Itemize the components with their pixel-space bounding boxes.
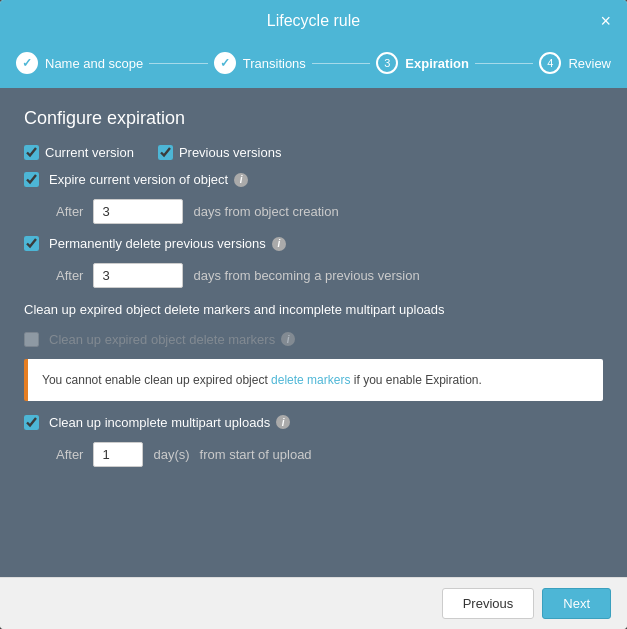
previous-versions-label: Previous versions (158, 145, 282, 160)
step-circle-review: 4 (539, 52, 561, 74)
previous-versions-checkbox[interactable] (158, 145, 173, 160)
perm-delete-info-icon: i (272, 237, 286, 251)
multipart-info-icon: i (276, 415, 290, 429)
perm-delete-checkbox[interactable] (24, 236, 39, 251)
step-number-expiration: 3 (384, 57, 390, 69)
step-label-expiration: Expiration (405, 56, 469, 71)
steps-bar: ✓ Name and scope ✓ Transitions 3 Expirat… (0, 42, 627, 88)
perm-delete-row: Permanently delete previous versions i (24, 236, 603, 251)
modal-header: Lifecycle rule × (0, 0, 627, 42)
multipart-label: Clean up incomplete multipart uploads i (49, 415, 290, 430)
expire-current-checkbox[interactable] (24, 172, 39, 187)
expire-days-row: After days from object creation (50, 199, 603, 224)
step-separator-2 (312, 63, 370, 64)
version-checkboxes-row: Current version Previous versions (24, 145, 603, 160)
step-review[interactable]: 4 Review (539, 52, 611, 74)
cleanup-markers-checkbox[interactable] (24, 332, 39, 347)
expire-current-label: Expire current version of object i (49, 172, 248, 187)
step-circle-name-scope: ✓ (16, 52, 38, 74)
step-separator-1 (149, 63, 207, 64)
step-circle-expiration: 3 (376, 52, 398, 74)
multipart-row: Clean up incomplete multipart uploads i (24, 415, 603, 430)
current-version-label: Current version (24, 145, 134, 160)
warning-text2: if you enable Expiration. (354, 373, 482, 387)
lifecycle-rule-modal: Lifecycle rule × ✓ Name and scope ✓ Tran… (0, 0, 627, 629)
modal-body: Configure expiration Current version Pre… (0, 88, 627, 577)
expire-current-info-icon: i (234, 173, 248, 187)
next-button[interactable]: Next (542, 588, 611, 619)
step-label-name-scope: Name and scope (45, 56, 143, 71)
cleanup-markers-label: Clean up expired object delete markers i (49, 332, 295, 347)
checkmark-icon: ✓ (22, 56, 32, 70)
current-version-checkbox[interactable] (24, 145, 39, 160)
expire-days-input[interactable] (93, 199, 183, 224)
warning-box: You cannot enable clean up expired objec… (24, 359, 603, 401)
close-button[interactable]: × (600, 12, 611, 30)
previous-button[interactable]: Previous (442, 588, 535, 619)
multipart-checkbox[interactable] (24, 415, 39, 430)
step-name-scope[interactable]: ✓ Name and scope (16, 52, 143, 74)
cleanup-markers-row: Clean up expired object delete markers i (24, 332, 603, 347)
warning-text1: You cannot enable clean up expired objec… (42, 373, 268, 387)
step-expiration[interactable]: 3 Expiration (376, 52, 469, 74)
step-circle-transitions: ✓ (214, 52, 236, 74)
section-title: Configure expiration (24, 108, 603, 129)
step-label-review: Review (568, 56, 611, 71)
step-number-review: 4 (547, 57, 553, 69)
step-separator-3 (475, 63, 533, 64)
perm-delete-label: Permanently delete previous versions i (49, 236, 286, 251)
multipart-days-row: After day(s) from start of upload (50, 442, 603, 467)
checkmark-icon-2: ✓ (220, 56, 230, 70)
perm-days-input[interactable] (93, 263, 183, 288)
modal-footer: Previous Next (0, 577, 627, 629)
perm-days-row: After days from becoming a previous vers… (50, 263, 603, 288)
cleanup-markers-info-icon: i (281, 332, 295, 346)
step-transitions[interactable]: ✓ Transitions (214, 52, 306, 74)
expire-current-row: Expire current version of object i (24, 172, 603, 187)
modal-title: Lifecycle rule (267, 12, 360, 30)
warning-link[interactable]: delete markers (271, 373, 350, 387)
cleanup-section-heading: Clean up expired object delete markers a… (24, 300, 603, 320)
step-label-transitions: Transitions (243, 56, 306, 71)
multipart-days-input[interactable] (93, 442, 143, 467)
